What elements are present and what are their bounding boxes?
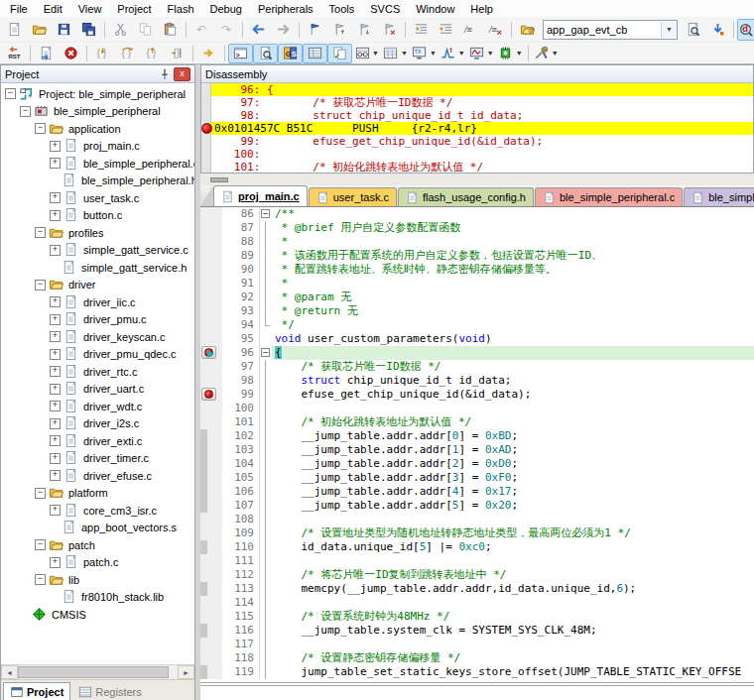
code-text[interactable]: __jump_table.addr.addr[0] = 0xBD; — [272, 429, 754, 443]
menu-help[interactable]: Help — [462, 2, 501, 16]
system-viewer-dropdown[interactable]: ▼ — [516, 50, 523, 57]
tree-expander[interactable]: + — [50, 349, 61, 360]
code-text[interactable]: * — [272, 277, 754, 291]
comment-selection-button[interactable]: /≡ — [458, 19, 483, 41]
analysis-window-button[interactable]: t▼ — [439, 44, 467, 63]
tree-item-driver-i2s-c[interactable]: +driver_i2s.c — [1, 415, 194, 433]
disassembly-line[interactable]: 96: { — [201, 83, 753, 96]
tree-expander[interactable]: + — [50, 418, 61, 429]
clear-bookmarks-button[interactable] — [377, 19, 402, 41]
tree-expander[interactable]: − — [35, 227, 46, 238]
toolbox-dropdown[interactable]: ▼ — [552, 50, 559, 57]
redo-button[interactable]: ↷ — [214, 19, 239, 41]
scroll-left-button[interactable]: ◄ — [1, 665, 18, 679]
tree-item-driver[interactable]: −driver — [1, 277, 194, 294]
menu-window[interactable]: Window — [408, 2, 462, 16]
code-text[interactable]: /* 设置系统时钟为48MHz */ — [272, 610, 754, 624]
trace-window-button[interactable]: ▼ — [467, 44, 496, 63]
menu-file[interactable]: File — [2, 2, 36, 16]
menu-edit[interactable]: Edit — [36, 2, 70, 16]
code-text[interactable]: * — [272, 235, 754, 249]
disassembly-gutter[interactable] — [201, 83, 211, 96]
indent-button[interactable] — [409, 19, 434, 41]
code-text[interactable]: * @brief 用户自定义参数配置函数 — [272, 221, 754, 235]
disassembly-gutter[interactable] — [201, 161, 211, 173]
toggle-bookmark-button[interactable] — [303, 19, 327, 41]
scrollbar-thumb[interactable] — [18, 666, 169, 678]
tree-item-driver-rtc-c[interactable]: +driver_rtc.c — [1, 363, 194, 381]
fold-marker-icon[interactable]: − — [261, 348, 270, 357]
stop-button[interactable] — [59, 44, 83, 63]
breakpoint-gutter[interactable] — [200, 207, 222, 221]
tree-item-fr8010h-stack-lib[interactable]: fr8010h_stack.lib — [1, 589, 194, 607]
save-button[interactable] — [52, 19, 76, 41]
step-out-button[interactable]: { } — [140, 44, 165, 63]
tree-expander[interactable]: − — [20, 106, 31, 117]
breakpoint-gutter[interactable] — [200, 638, 222, 651]
tree-item-cmsis[interactable]: CMSIS — [1, 606, 194, 624]
code-text[interactable]: void user_custom_parameters(void) — [272, 332, 754, 346]
breakpoint-gutter[interactable] — [200, 540, 222, 554]
tree-item-driver-pmu-qdec-c[interactable]: +driver_pmu_qdec.c — [1, 346, 194, 364]
breakpoint-gutter[interactable] — [200, 651, 222, 665]
watch-window-dropdown[interactable]: ▼ — [372, 50, 379, 57]
watch-window-button[interactable]: ▼ — [352, 44, 381, 63]
tree-expander[interactable]: + — [50, 366, 61, 377]
breakpoint-gutter[interactable] — [200, 374, 222, 388]
breakpoint-gutter[interactable] — [200, 568, 222, 582]
tree-expander[interactable]: + — [50, 557, 61, 568]
tree-expander[interactable]: + — [50, 192, 61, 203]
breakpoint-gutter[interactable] — [200, 332, 222, 346]
breakpoint-icon[interactable] — [201, 388, 216, 401]
trace-window-dropdown[interactable]: ▼ — [487, 50, 494, 57]
editor-tab-proj-main-c[interactable]: proj_main.c — [213, 185, 308, 206]
tree-expander[interactable]: + — [50, 331, 61, 342]
tree-expander[interactable]: + — [50, 210, 61, 221]
tree-item-app-boot-vectors-s[interactable]: app_boot_vectors.s — [1, 520, 194, 537]
breakpoint-gutter[interactable] — [200, 554, 222, 568]
code-text[interactable]: id_data.unique_id[5] |= 0xc0; — [272, 540, 754, 554]
tree-item-simple-gatt-service-c[interactable]: +simple_gatt_service.c — [1, 242, 194, 260]
code-text[interactable]: /** — [272, 207, 754, 221]
code-text[interactable]: /* 初始化跳转表地址为默认值 */ — [272, 415, 754, 429]
code-text[interactable]: jump_table_set_static_keys_store_offset(… — [272, 665, 754, 679]
tree-expander[interactable]: + — [50, 470, 61, 481]
code-text[interactable]: { — [272, 346, 754, 360]
outdent-button[interactable] — [434, 19, 458, 41]
search-dropdown-button[interactable]: ▼ — [661, 22, 677, 38]
disassembly-window-button[interactable] — [253, 44, 278, 63]
tree-item-driver-iic-c[interactable]: +driver_iic.c — [1, 293, 194, 311]
code-text[interactable]: efuse_get_chip_unique_id(&id_data); — [272, 388, 754, 402]
symbol-window-button[interactable]: GS — [278, 44, 303, 63]
breakpoint-gutter[interactable] — [200, 610, 222, 624]
uncomment-selection-button[interactable]: /≡ — [483, 19, 508, 41]
code-text[interactable]: */ — [272, 318, 754, 332]
disassembly-gutter[interactable] — [201, 148, 211, 161]
breakpoint-gutter[interactable] — [200, 235, 222, 249]
tree-expander[interactable]: + — [50, 245, 61, 256]
tree-expander[interactable]: + — [50, 141, 61, 152]
tree-item-driver-exti-c[interactable]: +driver_exti.c — [1, 432, 194, 450]
code-text[interactable]: struct chip_unique_id_t id_data; — [272, 374, 754, 388]
code-text[interactable]: /* 获取芯片唯一ID数据 */ — [272, 360, 754, 374]
tree-expander[interactable]: − — [35, 574, 46, 585]
breakpoint-gutter[interactable] — [200, 415, 222, 429]
tree-expander[interactable]: + — [50, 296, 61, 307]
tree-item-profiles[interactable]: −profiles — [1, 224, 194, 242]
navigate-forward-button[interactable] — [271, 19, 296, 41]
tree-item-driver-efuse-c[interactable]: +driver_efuse.c — [1, 467, 194, 485]
tree-expander[interactable]: + — [50, 435, 61, 446]
show-next-statement-button[interactable] — [196, 44, 221, 63]
run-button[interactable] — [34, 44, 59, 63]
run-to-cursor-button[interactable]: {} — [165, 44, 189, 63]
code-editor[interactable]: 86−/**87 * @brief 用户自定义参数配置函数88 *89 * 该函… — [200, 207, 754, 700]
breakpoint-gutter[interactable] — [200, 443, 222, 457]
menu-view[interactable]: View — [70, 2, 110, 16]
breakpoint-gutter[interactable] — [200, 457, 222, 471]
breakpoint-gutter[interactable] — [200, 388, 222, 402]
tree-item-lib[interactable]: −lib — [1, 571, 194, 589]
code-text[interactable]: /* 设置静态密钥存储偏移量 */ — [272, 651, 754, 665]
search-input[interactable] — [544, 22, 661, 38]
tree-item-driver-pmu-c[interactable]: +driver_pmu.c — [1, 311, 194, 329]
tree-item-button-c[interactable]: +button.c — [1, 207, 194, 225]
